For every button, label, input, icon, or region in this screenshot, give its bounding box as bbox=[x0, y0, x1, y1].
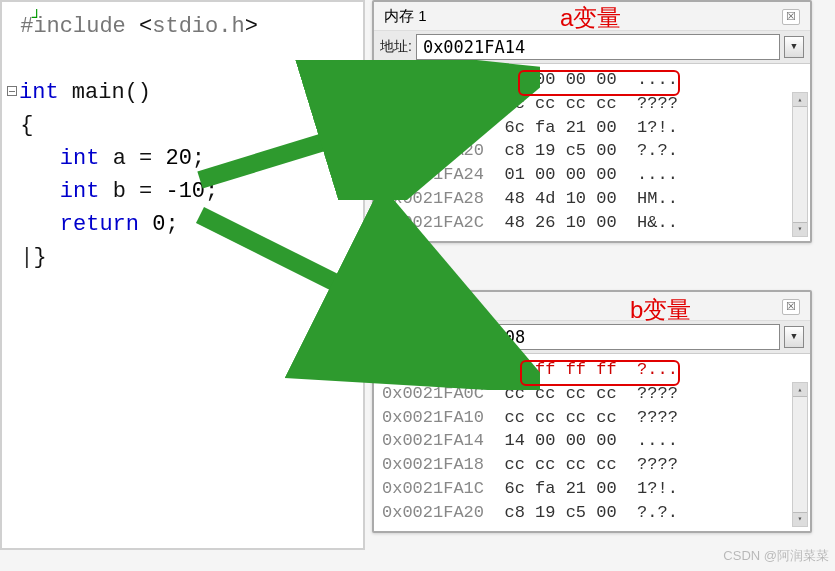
highlight-box-a bbox=[518, 70, 680, 96]
mem2-row-6: 0x0021FA20 c8 19 c5 00 ?.?. bbox=[382, 501, 806, 525]
annotation-b-variable: b变量 bbox=[630, 294, 691, 326]
mem2-row-2: 0x0021FA10 cc cc cc cc ???? bbox=[382, 406, 806, 430]
code-line-empty bbox=[7, 43, 358, 76]
code-line-return: return 0; bbox=[7, 208, 358, 241]
mem1-row-2: 0x0021FA1C 6c fa 21 00 1?!. bbox=[382, 116, 806, 140]
address-label: 地址: bbox=[380, 328, 412, 346]
memory-2-address-input[interactable] bbox=[416, 324, 780, 350]
memory-panel-2-title: 内存 2 bbox=[384, 297, 427, 316]
annotation-a-variable: a变量 bbox=[560, 2, 621, 34]
code-editor: ┘ #include <stdio.h> int main() { int a … bbox=[0, 0, 365, 550]
memory-panel-2-titlebar: 内存 2 ☒ bbox=[374, 292, 810, 321]
code-line-brace-open: { bbox=[7, 109, 358, 142]
scroll-up-icon[interactable]: ▴ bbox=[793, 93, 807, 107]
memory-2-address-bar: 地址: ▼ bbox=[374, 321, 810, 354]
watermark: CSDN @阿润菜菜 bbox=[723, 547, 829, 565]
fold-stub: ┘ bbox=[32, 6, 42, 30]
code-line-cursor: |} bbox=[7, 241, 358, 274]
code-line-main-sig: int main() bbox=[7, 76, 358, 109]
mem1-row-6: 0x0021FA2C 48 26 10 00 H&.. bbox=[382, 211, 806, 235]
scrollbar[interactable]: ▴ ▾ bbox=[792, 382, 808, 527]
scroll-up-icon[interactable]: ▴ bbox=[793, 383, 807, 397]
mem2-row-5: 0x0021FA1C 6c fa 21 00 1?!. bbox=[382, 477, 806, 501]
memory-1-address-bar: 地址: ▼ bbox=[374, 31, 810, 64]
scroll-down-icon[interactable]: ▾ bbox=[793, 512, 807, 526]
highlight-box-b bbox=[520, 360, 680, 386]
memory-panel-1-title: 内存 1 bbox=[384, 7, 427, 26]
address-label: 地址: bbox=[380, 38, 412, 56]
mem2-row-3: 0x0021FA14 14 00 00 00 .... bbox=[382, 429, 806, 453]
dropdown-icon[interactable]: ▼ bbox=[784, 326, 804, 348]
memory-panel-2: 内存 2 ☒ 地址: ▼ 0x0021FA08 f6 ff ff ff ?...… bbox=[372, 290, 812, 533]
close-icon[interactable]: ☒ bbox=[782, 9, 800, 25]
close-icon[interactable]: ☒ bbox=[782, 299, 800, 315]
scrollbar[interactable]: ▴ ▾ bbox=[792, 92, 808, 237]
memory-1-address-input[interactable] bbox=[416, 34, 780, 60]
mem1-row-3: 0x0021FA20 c8 19 c5 00 ?.?. bbox=[382, 139, 806, 163]
mem2-row-4: 0x0021FA18 cc cc cc cc ???? bbox=[382, 453, 806, 477]
memory-panel-1: 内存 1 ☒ 地址: ▼ 0x0021FA14 14 00 00 00 ....… bbox=[372, 0, 812, 243]
mem1-row-5: 0x0021FA28 48 4d 10 00 HM.. bbox=[382, 187, 806, 211]
code-line-include: #include <stdio.h> bbox=[7, 10, 358, 43]
dropdown-icon[interactable]: ▼ bbox=[784, 36, 804, 58]
mem1-row-4: 0x0021FA24 01 00 00 00 .... bbox=[382, 163, 806, 187]
code-line-b: int b = -10; bbox=[7, 175, 358, 208]
code-line-a: int a = 20; bbox=[7, 142, 358, 175]
scroll-down-icon[interactable]: ▾ bbox=[793, 222, 807, 236]
fold-icon[interactable] bbox=[7, 86, 17, 96]
